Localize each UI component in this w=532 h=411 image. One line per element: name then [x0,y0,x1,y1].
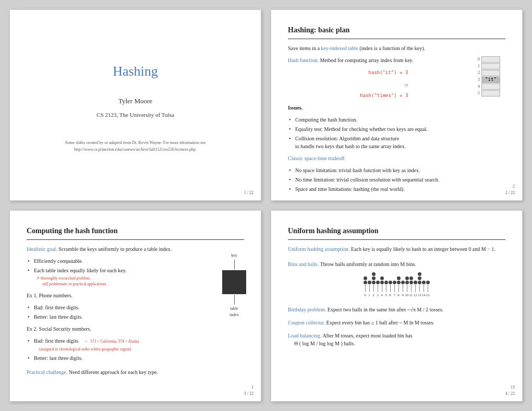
slide1-author: Tyler Moore [118,96,152,106]
ball [401,281,405,284]
ball [380,281,384,284]
slide1-footer1: Some slides created by or adapted from D… [65,140,206,145]
slide2-classic3: Space and time limitations: hashing (the… [295,185,505,193]
slide3-ex2-label: Ex 2. Social Security numbers. [27,325,244,333]
slide-4-uniform-hashing: Uniform hashing assumption Uniform hashi… [271,210,523,402]
slide2-classic-list: No space limitation: trivial hash functi… [288,166,505,193]
ball [414,281,417,284]
ball [418,272,421,276]
bin-col-4: 4 [380,276,384,298]
slide1-footer: Some slides created by or adapted from D… [65,140,206,153]
slide2-header: Hashing: basic plan [288,25,505,39]
bin-col-8: 8 [397,276,401,298]
ball [397,281,401,284]
slide3-annotation: ↗ thoroughly researched problem, still p… [34,275,244,287]
bin-label: 12 [414,293,417,298]
ball [409,276,413,280]
ball [368,281,371,284]
slide4-coupon-label: Coupon collector. [288,320,325,325]
ball [372,276,376,280]
slide3-key-label: key [231,252,237,259]
slide4-birthday: Birthday problem. Expect two balls in th… [288,306,505,313]
slide1-page: 1 / 22 [244,190,253,196]
bin-col-2: 2 [372,272,376,298]
slide2-classic: Classic space-time tradeoff. [288,154,505,162]
ball [372,281,376,284]
bin-col-15: 15 [426,281,430,298]
bin-label: 7 [393,293,395,298]
bin-col-9: 9 [401,281,405,298]
slide3-ex1-bad: Bad: first three digits. [34,304,244,311]
slide2-classic2: No time limitation: trivial collision re… [295,176,505,184]
slide4-page: 13 4 / 22 [505,384,515,397]
slide4-coupon: Coupon collector. Expect every bin has ≥… [288,319,505,327]
slide1-main-title: Hashing [113,61,158,81]
ball [426,281,430,284]
slide2-hash-table: 0 1 2 3 "it" 4 [473,56,500,97]
slide3-page: 1 3 / 22 [244,384,253,397]
slide3-practical-label: Practical challenge. [27,369,67,375]
slide3-ex2-list: Bad: first three digits. ← 573 = Califor… [27,337,244,362]
slide2-hash-it: hash("it") = 3 [369,70,408,75]
ball [380,276,384,280]
slide2-page: 2 2 / 22 [505,184,515,196]
bin-col-0: 0 [364,276,367,298]
ball [409,281,413,284]
slide3-ex2-arrow: ← [84,339,88,344]
slide2-key-indexed: key-indexed table [321,45,358,51]
ball [364,281,367,284]
slide3-goal-label: Idealistic goal. [27,246,57,252]
bin-separator [411,285,412,292]
bin-separator [390,285,391,292]
slide4-bins-diagram: 0123456789101112131415 [288,272,505,298]
bin-label: 3 [377,293,379,298]
slide2-intro: Save items in a key-indexed table (index… [288,44,505,52]
hash-index-3: 3 [473,77,480,83]
slide3-goal-text: Scramble the keys uniformly to produce a… [58,246,172,252]
bin-separator [407,285,407,292]
slide3-ex1-label: Ex 1. Phone numbers. [27,292,244,299]
bin-label: 11 [409,293,413,298]
bin-label: 13 [418,293,421,298]
slide4-bins-label: Bins and balls. [288,261,319,267]
slide4-header: Uniform hashing assumption [288,225,505,240]
slide2-hash-function: Hash function. Method for computing arra… [288,56,413,64]
ball [384,281,388,284]
bin-col-11: 11 [409,276,413,298]
bin-separator [419,285,420,292]
bin-col-1: 1 [368,281,371,298]
ball [389,281,392,284]
slide3-header: Computing the hash function [27,225,244,240]
slide3-practical: Practical challenge. Need different appr… [27,368,244,376]
hash-index-0: 0 [473,56,480,63]
bin-col-14: 14 [422,281,426,298]
ball [364,276,367,280]
bin-label: 10 [405,293,409,298]
ball [418,281,421,284]
bin-separator [386,285,386,292]
bin-label: 15 [426,293,430,298]
slide2-issues-list: Computing the hash function. Equality te… [288,116,505,150]
slide3-goal: Idealistic goal. Scramble the keys unifo… [27,245,244,253]
slide2-hash-times: hash("times") = 3 [360,93,408,98]
bin-label: 2 [372,293,374,298]
bin-col-3: 3 [376,281,380,298]
bin-separator [398,285,399,292]
bin-label: 1 [368,293,370,298]
slide1-institution: CS 2123, The University of Tulsa [96,111,174,119]
hash-index-4: 4 [473,83,480,90]
slide4-assumption: Uniform hashing assumption. Each key is … [288,245,505,253]
slide4-load-label: Load balancing. [288,333,321,339]
slide3-ex1-better: Better: last three digits. [34,313,244,321]
slide2-issue2: Equality test: Method for checking wheth… [295,125,505,133]
bin-separator [378,285,378,292]
slide4-bins: Bins and balls. Throw balls uniformly at… [288,260,505,268]
ball [405,281,409,284]
bin-label: 8 [397,293,400,298]
bin-label: 9 [402,293,404,298]
ball [405,276,409,280]
bin-col-7: 7 [393,281,396,298]
ball [376,281,380,284]
slide3-goal-list: Efficiently computable. Each table index… [27,257,244,287]
ball [422,281,426,284]
